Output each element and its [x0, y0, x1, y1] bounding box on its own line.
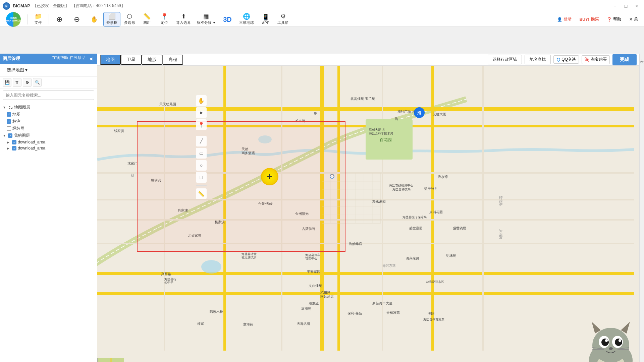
- map-line-tool[interactable]: ╱: [196, 136, 207, 146]
- marker-layer-checkbox[interactable]: ✓: [7, 119, 11, 124]
- svg-text:棒家: 棒家: [197, 322, 204, 325]
- tools-button[interactable]: ⚙ 工具箱: [275, 12, 291, 26]
- import-boundary-button[interactable]: ⬆ 导入边界: [173, 12, 194, 26]
- svg-point-32: [258, 135, 272, 143]
- online-help-label-text[interactable]: 在线帮助: [69, 55, 86, 62]
- app-button[interactable]: 📱 APP: [257, 13, 274, 26]
- poly-select-label: 多边形: [124, 20, 135, 25]
- svg-text:杨家浜: 杨家浜: [214, 220, 225, 224]
- tools-sep-2: [196, 185, 207, 186]
- svg-text:海盐县体育彩票: 海盐县体育彩票: [423, 318, 444, 321]
- tree-map-label: 地图: [12, 112, 20, 117]
- login-icon: 👤: [557, 17, 562, 22]
- standard-split-button[interactable]: ▦ 标准分幅 ▼: [194, 12, 218, 26]
- place-search-button[interactable]: 地名查找: [525, 55, 551, 64]
- map-pan-tool[interactable]: ✋: [196, 95, 207, 106]
- close-app-button[interactable]: ✕ 关: [626, 15, 641, 23]
- qq-icon: Q: [556, 57, 560, 62]
- svg-text:文曲佳苑: 文曲佳苑: [309, 284, 322, 288]
- rect-select-button[interactable]: ⬜ 矩形框: [103, 12, 120, 26]
- zoom-in-button[interactable]: ⊕: [51, 15, 68, 24]
- map-layer-checkbox[interactable]: ✓: [7, 112, 11, 117]
- close-button[interactable]: ×: [632, 1, 641, 11]
- svg-text:古菇佳苑: 古菇佳苑: [302, 227, 315, 231]
- svg-text:香槟雅苑: 香槟雅苑: [386, 311, 400, 314]
- map-ruler-tool[interactable]: 📏: [196, 188, 207, 199]
- map-square-tool[interactable]: □: [196, 172, 207, 183]
- 3d-view-button[interactable]: 3D: [219, 15, 236, 24]
- right-edge-bar: 工 友: [639, 54, 644, 362]
- svg-text:海盐县计量: 海盐县计量: [241, 252, 257, 256]
- delete-layer-button[interactable]: 🗑: [13, 78, 21, 87]
- svg-text:海韵: 海韵: [428, 311, 434, 315]
- dl2-checkbox[interactable]: ✓: [12, 146, 16, 150]
- search-layer-button[interactable]: 🔍: [33, 78, 42, 87]
- layer-panel-header: 图层管理 在线帮助 在线帮助 ◀: [0, 54, 97, 64]
- tree-download-area-2[interactable]: ▶ ✓ download_area: [5, 145, 96, 151]
- map-thumbnail[interactable]: [97, 358, 124, 362]
- tools-label: 工具箱: [277, 20, 288, 25]
- pan-button[interactable]: ✋: [86, 15, 103, 23]
- map-area[interactable]: 地图 卫星 地形 高程 选择行政区域 地名查找 Q QQ交谈 淘 淘宝购买 完成…: [97, 54, 644, 362]
- minimize-button[interactable]: －: [610, 1, 620, 11]
- locate-button[interactable]: 📍 定位: [156, 12, 173, 26]
- panel-expand-button[interactable]: ◀: [87, 55, 94, 62]
- maximize-button[interactable]: □: [621, 1, 631, 11]
- tree-download-area-1[interactable]: ▶ ✓ download_area: [5, 139, 96, 145]
- toolbar-separator-2: [49, 14, 49, 24]
- dl1-checkbox[interactable]: ✓: [12, 140, 16, 144]
- map-circle-tool[interactable]: ○: [196, 160, 207, 171]
- close-app-label: 关: [634, 16, 638, 22]
- map-type-satellite[interactable]: 卫星: [121, 55, 142, 65]
- tree-my-children: ▶ ✓ download_area ▶ ✓ download_area: [1, 139, 96, 151]
- tree-marker-item[interactable]: ✓ 标注: [5, 118, 96, 125]
- select-admin-button[interactable]: 选择行政区域: [488, 55, 522, 64]
- map-type-terrain[interactable]: 地形: [142, 55, 162, 65]
- my-layers-group-checkbox[interactable]: ✓: [8, 133, 12, 138]
- left-panel: 图层管理 在线帮助 在线帮助 ◀ 选择地图▼ 💾 🗑 ⚙ 🔍 ▼ 🗂 地图图层: [0, 54, 97, 362]
- svg-text:天海名都: 天海名都: [297, 322, 310, 325]
- tree-map-layers-parent[interactable]: ▼ 🗂 地图图层: [1, 104, 96, 111]
- svg-text:海盐县停车: 海盐县停车: [305, 253, 320, 257]
- tree-my-layers-parent[interactable]: ▼ ✓ 我的图层: [1, 132, 96, 139]
- taobao-buy-button[interactable]: 淘 淘宝购买: [582, 55, 610, 64]
- login-button[interactable]: 👤 登录: [554, 15, 575, 23]
- map-select-tool[interactable]: ▶: [196, 107, 207, 118]
- map-pin-tool[interactable]: 📍: [196, 119, 207, 130]
- thumbnail-inner: [98, 358, 124, 362]
- taobao-label: 淘宝购买: [591, 57, 607, 62]
- svg-text:知中学: 知中学: [164, 281, 173, 284]
- save-layer-button[interactable]: 💾: [3, 78, 11, 87]
- map-rect-tool[interactable]: ▭: [196, 148, 207, 159]
- svg-text:肖家埭: 肖家埭: [178, 208, 188, 212]
- svg-text:新苗海丰大厦: 新苗海丰大厦: [372, 301, 392, 305]
- buy-button[interactable]: BUY! 购买: [576, 15, 602, 23]
- map-type-bar: 地图 卫星 地形 高程 选择行政区域 地名查找 Q QQ交谈 淘 淘宝购买 完成: [97, 54, 639, 66]
- qq-chat-button[interactable]: Q QQ交谈: [553, 55, 579, 64]
- gridnet-layer-checkbox[interactable]: [7, 126, 11, 131]
- layer-search-input[interactable]: [3, 90, 94, 100]
- help-button[interactable]: ❓ 帮助: [603, 15, 625, 23]
- svg-text:平安家园: 平安家园: [307, 270, 320, 274]
- settings-layer-button[interactable]: ⚙: [23, 78, 32, 87]
- svg-text:天天幼儿园: 天天幼儿园: [159, 102, 176, 106]
- svg-text:海盐县科学技术局: 海盐县科学技术局: [369, 132, 393, 135]
- globe-button[interactable]: 🌐 三维地球: [236, 12, 257, 26]
- complete-button[interactable]: 完成: [612, 54, 637, 65]
- tree-marker-label: 标注: [12, 119, 20, 124]
- collapse-arrow: ▼: [3, 106, 7, 109]
- poly-select-button[interactable]: ⬡ 多边形: [121, 12, 138, 26]
- svg-point-112: [615, 339, 622, 346]
- map-type-map[interactable]: 地图: [100, 55, 121, 65]
- measure-button[interactable]: 📏 测距: [139, 12, 155, 26]
- zoom-out-button[interactable]: ⊖: [68, 15, 85, 24]
- globe-icon: 🌐: [243, 13, 250, 19]
- svg-text:检定测试所: 检定测试所: [241, 256, 257, 259]
- map-svg: 百花园 海 天天幼儿园 钱家浜 天都· 商务酒店 沈家门 赵 合景·天峻 金洲阳…: [97, 66, 644, 362]
- dl2-label: download_area: [18, 146, 45, 150]
- select-map-button[interactable]: 选择地图▼: [3, 65, 33, 75]
- map-type-elevation[interactable]: 高程: [162, 55, 183, 65]
- file-menu[interactable]: 📁 文件: [30, 12, 47, 26]
- tree-gridnet-item[interactable]: 经纬网: [5, 125, 96, 132]
- tree-map-item[interactable]: ✓ 地图: [5, 111, 96, 118]
